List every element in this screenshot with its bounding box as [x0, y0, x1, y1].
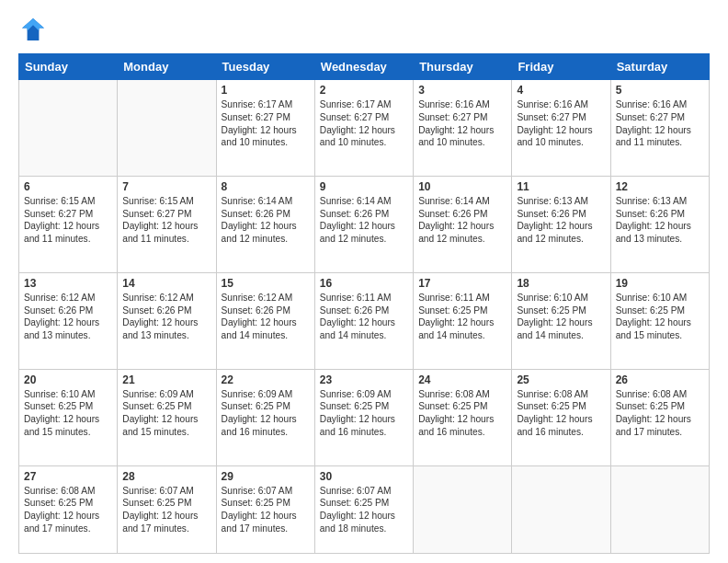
- day-number: 13: [24, 277, 112, 290]
- calendar-cell: 10Sunrise: 6:14 AMSunset: 6:26 PMDayligh…: [414, 176, 512, 272]
- calendar-header-row: SundayMondayTuesdayWednesdayThursdayFrid…: [19, 54, 710, 80]
- calendar-cell: 16Sunrise: 6:11 AMSunset: 6:26 PMDayligh…: [314, 272, 413, 369]
- day-number: 18: [517, 277, 605, 290]
- cell-details: Sunrise: 6:16 AMSunset: 6:27 PMDaylight:…: [517, 98, 605, 149]
- cell-details: Sunrise: 6:07 AMSunset: 6:25 PMDaylight:…: [122, 485, 210, 535]
- day-number: 3: [418, 84, 506, 97]
- cell-details: Sunrise: 6:09 AMSunset: 6:25 PMDaylight:…: [320, 388, 408, 439]
- cell-details: Sunrise: 6:15 AMSunset: 6:27 PMDaylight:…: [24, 195, 112, 246]
- calendar-cell: 22Sunrise: 6:09 AMSunset: 6:25 PMDayligh…: [216, 369, 314, 465]
- logo: [18, 15, 51, 44]
- cell-details: Sunrise: 6:11 AMSunset: 6:25 PMDaylight:…: [418, 292, 506, 342]
- calendar-cell: [414, 465, 512, 553]
- cell-details: Sunrise: 6:13 AMSunset: 6:26 PMDaylight:…: [616, 195, 704, 246]
- cell-details: Sunrise: 6:15 AMSunset: 6:27 PMDaylight:…: [122, 195, 210, 246]
- calendar-cell: [118, 80, 216, 177]
- cell-details: Sunrise: 6:08 AMSunset: 6:25 PMDaylight:…: [24, 485, 112, 535]
- day-number: 7: [122, 180, 210, 193]
- cell-details: Sunrise: 6:13 AMSunset: 6:26 PMDaylight:…: [517, 195, 605, 246]
- col-header-friday: Friday: [512, 54, 610, 80]
- calendar-cell: [512, 465, 610, 553]
- col-header-tuesday: Tuesday: [216, 54, 314, 80]
- day-number: 10: [418, 180, 506, 193]
- calendar-cell: 5Sunrise: 6:16 AMSunset: 6:27 PMDaylight…: [610, 80, 709, 177]
- cell-details: Sunrise: 6:09 AMSunset: 6:25 PMDaylight:…: [122, 388, 210, 439]
- cell-details: Sunrise: 6:07 AMSunset: 6:25 PMDaylight:…: [222, 485, 310, 535]
- calendar-cell: 3Sunrise: 6:16 AMSunset: 6:27 PMDaylight…: [414, 80, 512, 177]
- logo-icon: [18, 15, 48, 44]
- day-number: 20: [24, 373, 112, 386]
- cell-details: Sunrise: 6:08 AMSunset: 6:25 PMDaylight:…: [418, 388, 506, 439]
- day-number: 23: [320, 373, 408, 386]
- calendar-cell: 18Sunrise: 6:10 AMSunset: 6:25 PMDayligh…: [512, 272, 610, 369]
- calendar-week-row: 6Sunrise: 6:15 AMSunset: 6:27 PMDaylight…: [19, 176, 710, 272]
- calendar-cell: 21Sunrise: 6:09 AMSunset: 6:25 PMDayligh…: [118, 369, 216, 465]
- day-number: 6: [24, 180, 112, 193]
- day-number: 29: [222, 470, 310, 483]
- calendar-cell: 29Sunrise: 6:07 AMSunset: 6:25 PMDayligh…: [216, 465, 314, 553]
- cell-details: Sunrise: 6:10 AMSunset: 6:25 PMDaylight:…: [517, 292, 605, 342]
- cell-details: Sunrise: 6:16 AMSunset: 6:27 PMDaylight:…: [616, 98, 704, 149]
- col-header-monday: Monday: [118, 54, 216, 80]
- cell-details: Sunrise: 6:17 AMSunset: 6:27 PMDaylight:…: [320, 98, 408, 149]
- calendar-cell: 1Sunrise: 6:17 AMSunset: 6:27 PMDaylight…: [216, 80, 314, 177]
- cell-details: Sunrise: 6:07 AMSunset: 6:25 PMDaylight:…: [320, 485, 408, 535]
- calendar-cell: 25Sunrise: 6:08 AMSunset: 6:25 PMDayligh…: [512, 369, 610, 465]
- calendar-cell: 7Sunrise: 6:15 AMSunset: 6:27 PMDaylight…: [118, 176, 216, 272]
- cell-details: Sunrise: 6:12 AMSunset: 6:26 PMDaylight:…: [222, 292, 310, 342]
- day-number: 5: [616, 84, 704, 97]
- col-header-wednesday: Wednesday: [314, 54, 413, 80]
- cell-details: Sunrise: 6:10 AMSunset: 6:25 PMDaylight:…: [616, 292, 704, 342]
- calendar-cell: 11Sunrise: 6:13 AMSunset: 6:26 PMDayligh…: [512, 176, 610, 272]
- calendar-cell: 9Sunrise: 6:14 AMSunset: 6:26 PMDaylight…: [314, 176, 413, 272]
- calendar-cell: 30Sunrise: 6:07 AMSunset: 6:25 PMDayligh…: [314, 465, 413, 553]
- calendar-week-row: 13Sunrise: 6:12 AMSunset: 6:26 PMDayligh…: [19, 272, 710, 369]
- day-number: 12: [616, 180, 704, 193]
- cell-details: Sunrise: 6:12 AMSunset: 6:26 PMDaylight:…: [24, 292, 112, 342]
- calendar-cell: 19Sunrise: 6:10 AMSunset: 6:25 PMDayligh…: [610, 272, 709, 369]
- cell-details: Sunrise: 6:17 AMSunset: 6:27 PMDaylight:…: [222, 98, 310, 149]
- col-header-sunday: Sunday: [19, 54, 118, 80]
- page: SundayMondayTuesdayWednesdayThursdayFrid…: [0, 0, 728, 563]
- calendar-week-row: 27Sunrise: 6:08 AMSunset: 6:25 PMDayligh…: [19, 465, 710, 553]
- day-number: 16: [320, 277, 408, 290]
- cell-details: Sunrise: 6:09 AMSunset: 6:25 PMDaylight:…: [222, 388, 310, 439]
- calendar-cell: 24Sunrise: 6:08 AMSunset: 6:25 PMDayligh…: [414, 369, 512, 465]
- cell-details: Sunrise: 6:14 AMSunset: 6:26 PMDaylight:…: [222, 195, 310, 246]
- calendar-cell: 27Sunrise: 6:08 AMSunset: 6:25 PMDayligh…: [19, 465, 118, 553]
- day-number: 21: [122, 373, 210, 386]
- cell-details: Sunrise: 6:14 AMSunset: 6:26 PMDaylight:…: [418, 195, 506, 246]
- cell-details: Sunrise: 6:12 AMSunset: 6:26 PMDaylight:…: [122, 292, 210, 342]
- header: [18, 15, 710, 44]
- cell-details: Sunrise: 6:16 AMSunset: 6:27 PMDaylight:…: [418, 98, 506, 149]
- day-number: 8: [222, 180, 310, 193]
- calendar-cell: 12Sunrise: 6:13 AMSunset: 6:26 PMDayligh…: [610, 176, 709, 272]
- day-number: 4: [517, 84, 605, 97]
- calendar-week-row: 1Sunrise: 6:17 AMSunset: 6:27 PMDaylight…: [19, 80, 710, 177]
- calendar-week-row: 20Sunrise: 6:10 AMSunset: 6:25 PMDayligh…: [19, 369, 710, 465]
- day-number: 27: [24, 470, 112, 483]
- calendar-cell: [610, 465, 709, 553]
- cell-details: Sunrise: 6:08 AMSunset: 6:25 PMDaylight:…: [517, 388, 605, 439]
- calendar-cell: 15Sunrise: 6:12 AMSunset: 6:26 PMDayligh…: [216, 272, 314, 369]
- calendar-cell: 26Sunrise: 6:08 AMSunset: 6:25 PMDayligh…: [610, 369, 709, 465]
- day-number: 15: [222, 277, 310, 290]
- calendar-cell: 17Sunrise: 6:11 AMSunset: 6:25 PMDayligh…: [414, 272, 512, 369]
- calendar-table: SundayMondayTuesdayWednesdayThursdayFrid…: [18, 53, 710, 554]
- day-number: 24: [418, 373, 506, 386]
- day-number: 19: [616, 277, 704, 290]
- col-header-saturday: Saturday: [610, 54, 709, 80]
- day-number: 30: [320, 470, 408, 483]
- calendar-cell: 13Sunrise: 6:12 AMSunset: 6:26 PMDayligh…: [19, 272, 118, 369]
- cell-details: Sunrise: 6:10 AMSunset: 6:25 PMDaylight:…: [24, 388, 112, 439]
- day-number: 9: [320, 180, 408, 193]
- col-header-thursday: Thursday: [414, 54, 512, 80]
- day-number: 17: [418, 277, 506, 290]
- day-number: 14: [122, 277, 210, 290]
- day-number: 11: [517, 180, 605, 193]
- calendar-cell: 2Sunrise: 6:17 AMSunset: 6:27 PMDaylight…: [314, 80, 413, 177]
- cell-details: Sunrise: 6:11 AMSunset: 6:26 PMDaylight:…: [320, 292, 408, 342]
- day-number: 25: [517, 373, 605, 386]
- day-number: 2: [320, 84, 408, 97]
- cell-details: Sunrise: 6:14 AMSunset: 6:26 PMDaylight:…: [320, 195, 408, 246]
